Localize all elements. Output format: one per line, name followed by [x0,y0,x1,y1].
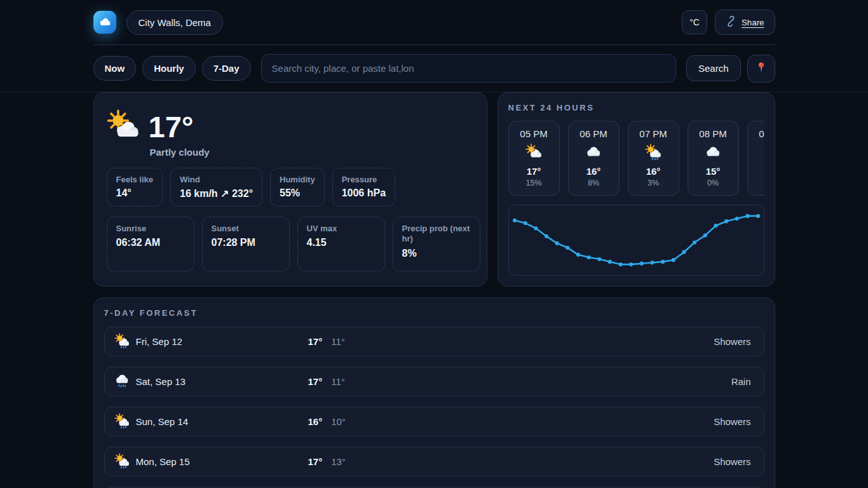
day-high-temp: 17° [308,376,323,387]
nav-bar: Now Hourly 7-Day Search [93,45,775,92]
share-label: Share [742,18,764,27]
hour-temp: 15° [748,166,764,177]
share-button[interactable]: Share [715,10,775,35]
hour-time: 05 PM [509,128,559,139]
current-conditions-card: 17° Partly cloudy Feels like 14° Wind 16… [93,92,487,287]
stat-value: 06:32 AM [116,237,185,248]
stat-label: Wind [180,175,253,184]
stat-value: 1006 hPa [342,187,386,199]
day-label: Mon, Sep 15 [136,456,190,467]
day-row: Mon, Sep 15 17° 13° Showers [104,447,764,477]
sun-rain-icon [114,333,130,350]
search-input[interactable] [261,54,676,83]
hour-precip: 3% [628,179,679,187]
stat-value: 55% [280,187,315,199]
temperature-chart [508,205,764,276]
hour-temp: 17° [509,166,559,177]
sun-cloud-icon [509,144,559,162]
stat-tile: Sunrise 06:32 AM [107,217,194,271]
day-row: Sat, Sep 13 17° 11° Rain [104,367,764,396]
app-logo [93,11,116,34]
search-button[interactable]: Search [686,55,741,81]
stat-label: Feels like [116,175,154,184]
day-low-temp: 10° [331,416,346,427]
stat-tile: Sunset 07:28 PM [202,217,290,271]
top-bar: City Walls, Dema °C Share [93,0,775,45]
next-24-hours-panel: NEXT 24 HOURS 05 PM 17° 15% 06 PM 16° 8%… [498,92,775,287]
rain-icon [748,144,764,162]
day-low-temp: 13° [331,456,346,467]
locate-button[interactable] [747,55,775,83]
stat-label: Sunrise [116,224,185,234]
stat-value: 8% [402,248,471,259]
hour-card: 07 PM 16° 3% [628,121,679,196]
stat-value: 07:28 PM [212,237,280,248]
day-high-temp: 17° [308,456,323,467]
hour-precip: 0% [688,179,738,187]
day-row: Sun, Sep 14 16° 10° Showers [104,407,764,437]
cloud-logo-icon [98,15,112,30]
hour-temp: 16° [569,166,619,177]
stat-value: 14° [116,187,154,199]
hour-time: 06 PM [569,128,619,139]
seven-day-forecast-card: 7-DAY FORECAST Fri, Sep 12 17° 11° Showe… [93,297,775,488]
stat-value: 4.15 [307,237,376,248]
day-high-temp: 16° [308,416,323,427]
hour-precip: 8% [569,179,619,187]
sun-rain-icon [628,144,679,162]
sun-rain-icon [114,453,130,470]
sun-rain-icon [114,413,130,430]
hourly-strip: 05 PM 17° 15% 06 PM 16° 8% 07 PM 16° 3% … [508,121,764,196]
hour-card: 05 PM 17° 15% [508,121,560,196]
stat-tile: UV max 4.15 [297,217,385,271]
stat-tile: Pressure 1006 hPa [332,168,395,207]
temperature-line-chart [509,205,764,275]
day-label: Sun, Sep 14 [136,416,189,427]
day-low-temp: 11° [331,376,345,387]
link-icon [726,16,736,29]
hour-card: 08 PM 15° 0% [688,121,739,196]
stat-tile: Precip prob (next hr) 8% [393,217,480,271]
stat-label: Precip prob (next hr) [402,224,471,245]
stat-value: 16 km/h ↗ 232° [180,187,253,200]
pin-icon [755,61,768,76]
sun-cloud-icon [107,109,140,144]
stat-label: Pressure [342,175,386,184]
day-condition: Showers [714,456,750,467]
day-row: Fri, Sep 12 17° 11° Showers [104,327,764,356]
day-list: Fri, Sep 12 17° 11° Showers Sat, Sep 13 … [104,327,764,477]
current-condition-text: Partly cloudy [150,147,474,158]
stat-label: UV max [307,224,376,234]
unit-toggle-button[interactable]: °C [682,10,707,34]
stat-label: Sunset [212,224,280,234]
hour-time: 07 PM [628,128,679,139]
day-label: Fri, Sep 12 [136,336,182,347]
day-condition: Showers [714,416,750,427]
cloud-icon [569,144,619,162]
day-condition: Showers [714,336,750,347]
next-24-hours-heading: NEXT 24 HOURS [508,103,764,112]
current-stats-row-1: Feels like 14° Wind 16 km/h ↗ 232° Humid… [107,168,474,207]
day-high-temp: 17° [308,336,323,347]
current-stats-row-2: Sunrise 06:32 AM Sunset 07:28 PM UV max … [107,217,474,271]
hour-precip: 15% [509,179,559,187]
hour-card: 06 PM 16° 8% [568,121,620,196]
stat-tile: Feels like 14° [107,168,163,207]
seven-day-heading: 7-DAY FORECAST [104,308,764,318]
stat-label: Humidity [280,175,315,184]
day-label: Sat, Sep 13 [136,376,186,387]
nav-tab[interactable]: Now [93,56,137,81]
day-condition: Rain [731,376,751,387]
app-header: City Walls, Dema °C Share Now Hourly 7-D… [0,0,868,92]
nav-tab[interactable]: Hourly [142,56,196,81]
location-title: City Walls, Dema [126,10,223,35]
rain-icon [114,373,130,390]
stat-tile: Humidity 55% [270,168,325,207]
hour-time: 09 PM [748,128,764,139]
nav-tab[interactable]: 7-Day [202,56,251,81]
day-low-temp: 11° [331,336,345,347]
stat-tile: Wind 16 km/h ↗ 232° [170,168,262,207]
current-temperature: 17° [149,111,194,142]
hour-time: 08 PM [688,128,738,139]
cloud-icon [688,144,738,162]
